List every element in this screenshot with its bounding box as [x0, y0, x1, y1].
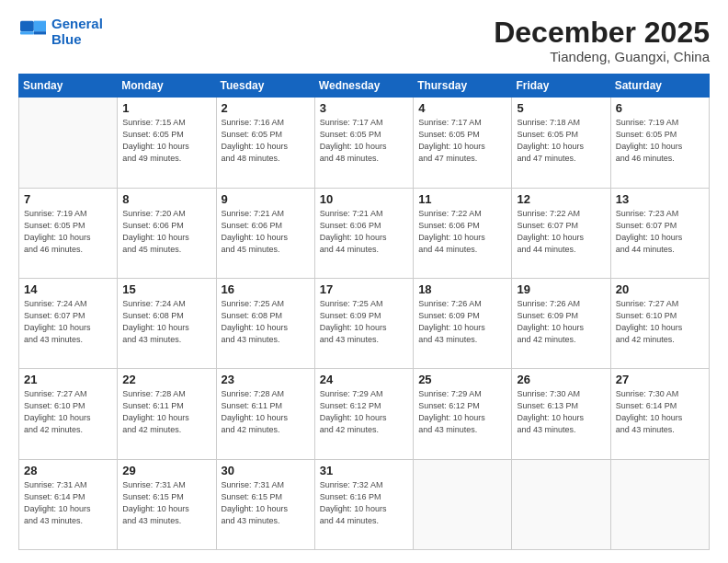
- calendar-cell: 29Sunrise: 7:31 AMSunset: 6:15 PMDayligh…: [118, 459, 216, 549]
- day-info: Sunrise: 7:31 AMSunset: 6:14 PMDaylight:…: [24, 479, 112, 527]
- day-number: 17: [320, 282, 408, 296]
- day-number: 6: [616, 101, 704, 115]
- day-info: Sunrise: 7:32 AMSunset: 6:16 PMDaylight:…: [320, 479, 408, 527]
- day-info: Sunrise: 7:17 AMSunset: 6:05 PMDaylight:…: [418, 117, 506, 165]
- calendar-cell: 27Sunrise: 7:30 AMSunset: 6:14 PMDayligh…: [610, 369, 709, 459]
- calendar-cell: 31Sunrise: 7:32 AMSunset: 6:16 PMDayligh…: [314, 459, 413, 549]
- calendar-cell: [414, 459, 512, 549]
- calendar-cell: [19, 98, 118, 188]
- day-number: 7: [24, 192, 112, 206]
- svg-rect-0: [20, 20, 34, 31]
- calendar-cell: 18Sunrise: 7:26 AMSunset: 6:09 PMDayligh…: [414, 278, 512, 368]
- svg-marker-1: [34, 20, 46, 31]
- calendar-cell: 8Sunrise: 7:20 AMSunset: 6:06 PMDaylight…: [118, 188, 216, 278]
- week-row-1: 7Sunrise: 7:19 AMSunset: 6:05 PMDaylight…: [19, 188, 710, 278]
- calendar-cell: 26Sunrise: 7:30 AMSunset: 6:13 PMDayligh…: [512, 369, 610, 459]
- day-info: Sunrise: 7:28 AMSunset: 6:11 PMDaylight:…: [122, 388, 210, 436]
- day-number: 22: [122, 373, 210, 386]
- day-info: Sunrise: 7:21 AMSunset: 6:06 PMDaylight:…: [222, 208, 310, 256]
- day-info: Sunrise: 7:20 AMSunset: 6:06 PMDaylight:…: [122, 208, 210, 256]
- calendar-header-wednesday: Wednesday: [314, 75, 413, 98]
- week-row-4: 28Sunrise: 7:31 AMSunset: 6:14 PMDayligh…: [19, 459, 710, 549]
- calendar-cell: 5Sunrise: 7:18 AMSunset: 6:05 PMDaylight…: [512, 98, 610, 188]
- day-number: 31: [320, 464, 408, 477]
- calendar-header-tuesday: Tuesday: [216, 75, 314, 98]
- week-row-3: 21Sunrise: 7:27 AMSunset: 6:10 PMDayligh…: [19, 369, 710, 459]
- svg-marker-2: [34, 31, 46, 34]
- calendar-cell: 19Sunrise: 7:26 AMSunset: 6:09 PMDayligh…: [512, 278, 610, 368]
- calendar-cell: 6Sunrise: 7:19 AMSunset: 6:05 PMDaylight…: [610, 98, 709, 188]
- day-number: 20: [616, 282, 704, 296]
- day-number: 29: [122, 464, 210, 477]
- calendar-cell: 13Sunrise: 7:23 AMSunset: 6:07 PMDayligh…: [610, 188, 709, 278]
- day-number: 10: [320, 192, 408, 206]
- day-number: 9: [222, 192, 310, 206]
- day-info: Sunrise: 7:19 AMSunset: 6:05 PMDaylight:…: [616, 117, 704, 165]
- day-info: Sunrise: 7:27 AMSunset: 6:10 PMDaylight:…: [616, 298, 704, 346]
- month-title: December 2025: [494, 17, 710, 49]
- day-number: 25: [418, 373, 506, 386]
- header: General Blue December 2025 Tiandeng, Gua…: [18, 17, 710, 64]
- title-block: December 2025 Tiandeng, Guangxi, China: [494, 17, 710, 64]
- calendar-cell: 25Sunrise: 7:29 AMSunset: 6:12 PMDayligh…: [414, 369, 512, 459]
- calendar-cell: 17Sunrise: 7:25 AMSunset: 6:09 PMDayligh…: [314, 278, 413, 368]
- calendar-header-sunday: Sunday: [19, 75, 118, 98]
- day-number: 13: [616, 192, 704, 206]
- day-number: 23: [222, 373, 310, 386]
- day-info: Sunrise: 7:24 AMSunset: 6:08 PMDaylight:…: [122, 298, 210, 346]
- day-number: 3: [320, 101, 408, 115]
- day-number: 26: [517, 373, 605, 386]
- day-number: 4: [418, 101, 506, 115]
- day-number: 1: [122, 101, 210, 115]
- day-number: 21: [24, 373, 112, 386]
- day-info: Sunrise: 7:29 AMSunset: 6:12 PMDaylight:…: [320, 388, 408, 436]
- day-info: Sunrise: 7:26 AMSunset: 6:09 PMDaylight:…: [418, 298, 506, 346]
- day-info: Sunrise: 7:31 AMSunset: 6:15 PMDaylight:…: [122, 479, 210, 527]
- day-number: 24: [320, 373, 408, 386]
- page: General Blue December 2025 Tiandeng, Gua…: [0, 0, 728, 563]
- calendar-cell: 28Sunrise: 7:31 AMSunset: 6:14 PMDayligh…: [19, 459, 118, 549]
- day-number: 18: [418, 282, 506, 296]
- calendar-header-thursday: Thursday: [414, 75, 512, 98]
- svg-rect-3: [20, 31, 34, 34]
- day-number: 16: [222, 282, 310, 296]
- day-info: Sunrise: 7:30 AMSunset: 6:13 PMDaylight:…: [517, 388, 605, 436]
- day-info: Sunrise: 7:25 AMSunset: 6:09 PMDaylight:…: [320, 298, 408, 346]
- calendar-cell: 7Sunrise: 7:19 AMSunset: 6:05 PMDaylight…: [19, 188, 118, 278]
- day-info: Sunrise: 7:19 AMSunset: 6:05 PMDaylight:…: [24, 208, 112, 256]
- calendar-cell: 16Sunrise: 7:25 AMSunset: 6:08 PMDayligh…: [216, 278, 314, 368]
- day-number: 2: [222, 101, 310, 115]
- calendar-cell: 3Sunrise: 7:17 AMSunset: 6:05 PMDaylight…: [314, 98, 413, 188]
- day-info: Sunrise: 7:17 AMSunset: 6:05 PMDaylight:…: [320, 117, 408, 165]
- calendar-cell: 2Sunrise: 7:16 AMSunset: 6:05 PMDaylight…: [216, 98, 314, 188]
- calendar-cell: 9Sunrise: 7:21 AMSunset: 6:06 PMDaylight…: [216, 188, 314, 278]
- calendar-cell: 23Sunrise: 7:28 AMSunset: 6:11 PMDayligh…: [216, 369, 314, 459]
- calendar-cell: 1Sunrise: 7:15 AMSunset: 6:05 PMDaylight…: [118, 98, 216, 188]
- calendar-header-friday: Friday: [512, 75, 610, 98]
- day-info: Sunrise: 7:25 AMSunset: 6:08 PMDaylight:…: [222, 298, 310, 346]
- calendar-cell: 11Sunrise: 7:22 AMSunset: 6:06 PMDayligh…: [414, 188, 512, 278]
- calendar-cell: [610, 459, 709, 549]
- calendar-header-row: SundayMondayTuesdayWednesdayThursdayFrid…: [19, 75, 710, 98]
- calendar-header-monday: Monday: [118, 75, 216, 98]
- week-row-0: 1Sunrise: 7:15 AMSunset: 6:05 PMDaylight…: [19, 98, 710, 188]
- calendar-cell: 22Sunrise: 7:28 AMSunset: 6:11 PMDayligh…: [118, 369, 216, 459]
- logo-text: General Blue: [51, 17, 103, 47]
- calendar-cell: [512, 459, 610, 549]
- day-number: 30: [222, 464, 310, 477]
- day-number: 28: [24, 464, 112, 477]
- day-number: 5: [517, 101, 605, 115]
- day-info: Sunrise: 7:31 AMSunset: 6:15 PMDaylight:…: [222, 479, 310, 527]
- logo-icon: [18, 19, 48, 45]
- calendar-cell: 20Sunrise: 7:27 AMSunset: 6:10 PMDayligh…: [610, 278, 709, 368]
- day-number: 12: [517, 192, 605, 206]
- day-info: Sunrise: 7:16 AMSunset: 6:05 PMDaylight:…: [222, 117, 310, 165]
- day-number: 14: [24, 282, 112, 296]
- calendar-cell: 24Sunrise: 7:29 AMSunset: 6:12 PMDayligh…: [314, 369, 413, 459]
- day-info: Sunrise: 7:24 AMSunset: 6:07 PMDaylight:…: [24, 298, 112, 346]
- calendar-cell: 12Sunrise: 7:22 AMSunset: 6:07 PMDayligh…: [512, 188, 610, 278]
- location: Tiandeng, Guangxi, China: [494, 49, 710, 64]
- day-info: Sunrise: 7:15 AMSunset: 6:05 PMDaylight:…: [122, 117, 210, 165]
- day-info: Sunrise: 7:18 AMSunset: 6:05 PMDaylight:…: [517, 117, 605, 165]
- day-number: 8: [122, 192, 210, 206]
